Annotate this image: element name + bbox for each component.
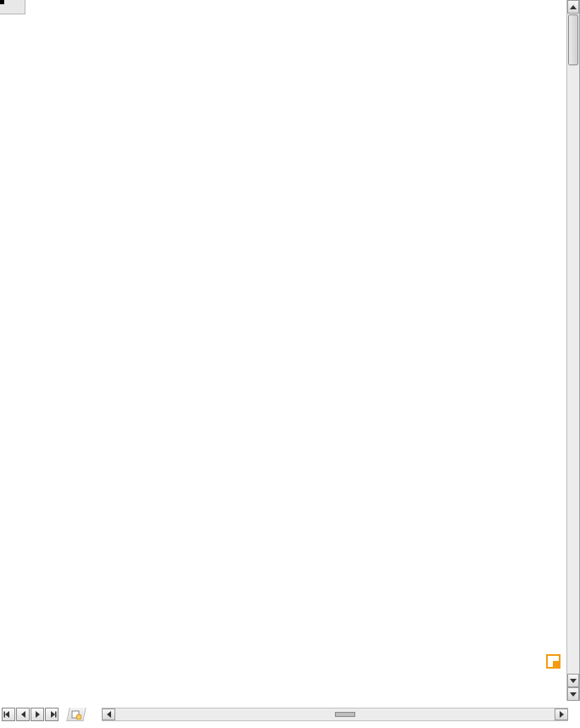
tab-nav-last[interactable]	[45, 708, 59, 721]
vertical-scroll-thumb[interactable]	[568, 14, 578, 65]
svg-point-1	[76, 714, 81, 720]
insert-worksheet-button[interactable]	[66, 708, 86, 721]
horizontal-scroll-thumb[interactable]	[335, 712, 355, 717]
exceljet-logo-icon	[546, 654, 560, 669]
spreadsheet-area	[0, 0, 580, 701]
scroll-up-button[interactable]	[567, 0, 579, 14]
scroll-right-button[interactable]	[555, 708, 568, 720]
tab-nav-prev[interactable]	[16, 708, 30, 721]
cell-grid[interactable]	[25, 14, 566, 701]
scroll-split-button[interactable]	[567, 687, 579, 701]
tab-nav-first[interactable]	[2, 708, 15, 721]
exceljet-watermark	[539, 654, 560, 669]
scroll-down-button[interactable]	[567, 674, 579, 687]
vertical-scrollbar[interactable]	[566, 0, 579, 701]
column-headers	[0, 0, 25, 14]
tab-nav-buttons	[2, 708, 59, 721]
scroll-left-button[interactable]	[102, 708, 115, 720]
select-all-corner[interactable]	[0, 0, 25, 14]
tab-nav-next[interactable]	[31, 708, 44, 721]
worksheet-tab-bar	[0, 701, 580, 728]
horizontal-scrollbar[interactable]	[102, 708, 568, 721]
